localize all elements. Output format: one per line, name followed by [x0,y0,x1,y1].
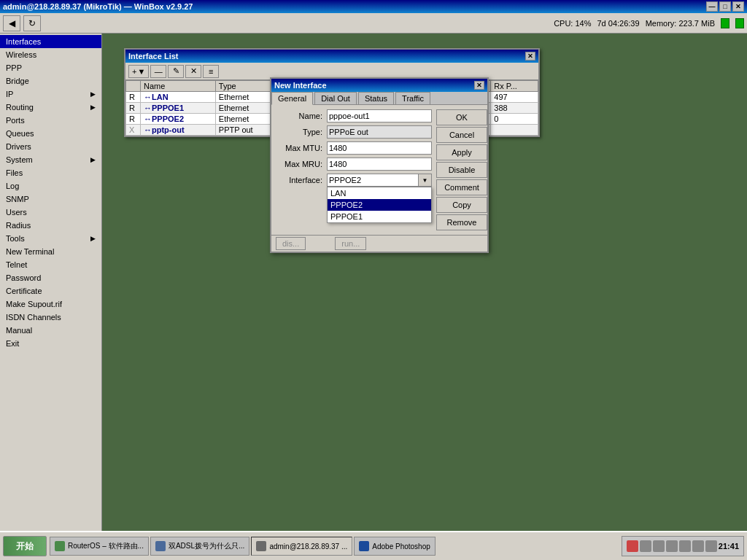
sidebar-item-make-supout[interactable]: Make Supout.rif [0,298,101,311]
row-flag: X [126,125,141,136]
app-title: admin@218.28.89.37 (MikroTik) — WinBox v… [3,2,193,11]
sidebar-item-manual[interactable]: Manual [0,324,101,337]
taskbar-item-adsl[interactable]: 双ADSL拨号为什么只... [150,537,249,556]
max-mtu-row: Max MTU: [276,141,432,155]
new-interface-title: New Interface [274,81,327,90]
max-mru-input[interactable] [327,158,432,171]
tray-icon-6 [692,540,704,552]
tab-general[interactable]: General [271,92,313,105]
uptime-label: 7d 04:26:39 [597,19,640,28]
dialog-tabs: General Dial Out Status Traffic [271,92,487,105]
col-flag[interactable] [126,81,141,92]
taskbar-label-adsl: 双ADSL拨号为什么只... [169,541,244,551]
dialog-form: Name: Type: Max MTU: Max MRU: [276,109,432,230]
sidebar-item-wireless[interactable]: Wireless [0,48,101,61]
tray-icon-1 [627,540,638,552]
tray-icon-7 [705,540,717,552]
interface-list-close[interactable]: ✕ [525,52,535,61]
row-flag: R [126,92,141,103]
interface-select-container: PPPOE2 ▼ LAN PPPOE2 PPPOE1 [327,174,432,187]
taskbar-icon-routeros [55,541,65,551]
content-area: Interface List ✕ +▼ — ✎ ✕ ≡ Name [102,34,747,531]
sidebar-item-queues[interactable]: Queues [0,127,101,140]
sidebar-item-users[interactable]: Users [0,206,101,219]
sidebar-item-isdn[interactable]: ISDN Channels [0,311,101,324]
tray-icon-3 [653,540,665,552]
refresh-button[interactable]: ↻ [23,15,41,31]
tab-status[interactable]: Status [358,92,394,104]
interface-label: Interface: [276,176,327,184]
edit-button[interactable]: ✎ [168,65,184,78]
tray-icon-5 [679,540,691,552]
sidebar-item-certificate[interactable]: Certificate [0,284,101,298]
row-rx-p: 388 [491,103,538,114]
sidebar-item-ports[interactable]: Ports [0,114,101,127]
back-button[interactable]: ◀ [3,15,20,31]
dropdown-option-pppoe2[interactable]: PPPOE2 [328,199,431,211]
interface-row: Interface: PPPOE2 ▼ LAN PPPOE2 PPPOE1 [276,174,432,187]
copy-button[interactable]: Copy [436,197,487,213]
sidebar-item-ppp[interactable]: PPP [0,61,101,74]
sidebar-item-telnet[interactable]: Telnet [0,258,101,271]
sidebar-item-new-terminal[interactable]: New Terminal [0,245,101,258]
sidebar-item-log[interactable]: Log [0,179,101,192]
sidebar-item-drivers[interactable]: Drivers [0,140,101,153]
remove-button-dialog[interactable]: Remove [436,214,487,230]
cpu-label: CPU: 14% [554,19,591,28]
sidebar-item-exit[interactable]: Exit [0,337,101,350]
row-name: ↔PPPOE2 [141,114,216,125]
taskbar-label-photoshop: Adobe Photoshop [372,542,430,551]
max-mtu-label: Max MTU: [276,144,327,152]
add-button[interactable]: +▼ [128,65,149,78]
memory-label: Memory: 223.7 MiB [646,19,715,28]
ok-button[interactable]: OK [436,109,487,125]
row-flag: R [126,103,141,114]
sidebar-item-bridge[interactable]: Bridge [0,74,101,88]
sidebar-item-routing[interactable]: Routing ▶ [0,101,101,114]
name-input[interactable] [327,109,432,122]
interface-dropdown-arrow[interactable]: ▼ [418,174,431,186]
dis-button[interactable]: dis... [276,237,306,250]
run-button[interactable]: run... [335,237,366,250]
start-button[interactable]: 开始 [3,536,47,556]
dropdown-option-lan[interactable]: LAN [328,187,431,199]
comment-button[interactable]: Comment [436,179,487,195]
taskbar-icon-adsl [155,541,166,551]
sidebar-item-tools[interactable]: Tools ▶ [0,232,101,245]
taskbar-icon-photoshop [359,541,369,551]
close-button[interactable]: ✕ [732,1,744,12]
max-mtu-input[interactable] [327,141,432,155]
taskbar-item-winbox[interactable]: admin@218.28.89.37 ... [251,537,352,556]
dropdown-option-pppoe1[interactable]: PPPOE1 [328,211,431,222]
sidebar-item-ip[interactable]: IP ▶ [0,88,101,101]
sidebar: Interfaces Wireless PPP Bridge IP ▶ Rout… [0,34,102,531]
disable-button[interactable]: Disable [436,162,487,178]
col-name[interactable]: Name [141,81,216,92]
maximize-button[interactable]: □ [719,1,731,12]
row-name: ↔pptp-out [141,125,216,136]
taskbar-label-routeros: RouterOS – 软件路由... [68,541,144,551]
minimize-button[interactable]: — [706,1,718,12]
sidebar-item-password[interactable]: Password [0,271,101,284]
sidebar-item-files[interactable]: Files [0,166,101,179]
apply-button[interactable]: Apply [436,144,487,160]
taskbar-item-photoshop[interactable]: Adobe Photoshop [354,537,436,556]
sidebar-item-interfaces[interactable]: Interfaces [0,35,101,48]
dialog-action-buttons: OK Cancel Apply Disable Comment Copy Rem… [436,109,487,230]
sort-button[interactable]: ✕ [185,65,201,78]
max-mru-label: Max MRU: [276,160,327,168]
type-label: Type: [276,128,327,136]
export-button[interactable]: ≡ [203,65,219,78]
sidebar-item-system[interactable]: System ▶ [0,153,101,166]
tab-dial-out[interactable]: Dial Out [314,92,357,104]
new-interface-close[interactable]: ✕ [474,81,484,90]
tab-traffic[interactable]: Traffic [395,92,430,104]
remove-button[interactable]: — [150,65,166,78]
col-rx-p[interactable]: Rx P... [491,81,538,92]
cancel-button[interactable]: Cancel [436,127,487,143]
taskbar-item-routeros[interactable]: RouterOS – 软件路由... [50,537,149,556]
sidebar-item-radius[interactable]: Radius [0,219,101,232]
system-tray: 21:41 [622,536,744,556]
sidebar-item-snmp[interactable]: SNMP [0,192,101,206]
interface-selected-value: PPPOE2 [328,176,418,184]
